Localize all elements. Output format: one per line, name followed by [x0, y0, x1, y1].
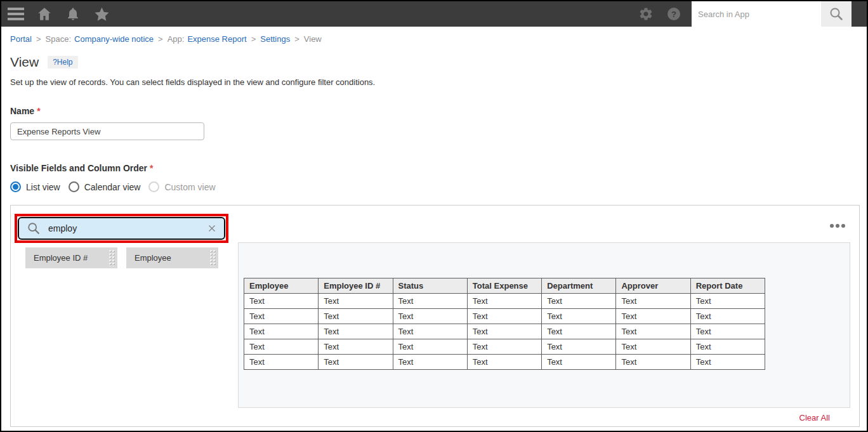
preview-cell: Text — [393, 324, 467, 339]
field-picker-panel: Employee ID # Employee EmployeeEmployee … — [10, 205, 860, 427]
preview-cell: Text — [319, 324, 393, 339]
preview-cell: Text — [467, 355, 541, 370]
preview-cell: Text — [319, 355, 393, 370]
field-chip-label: Employee — [135, 253, 171, 263]
preview-cell: Text — [467, 309, 541, 324]
preview-cell: Text — [467, 324, 541, 339]
preview-cell: Text — [690, 294, 765, 309]
annotation-highlight-box — [15, 214, 228, 243]
radio-custom-view: Custom view — [148, 181, 215, 192]
field-chip-label: Employee ID # — [34, 253, 88, 263]
name-label-text: Name — [10, 106, 34, 116]
page-description: Set up the view of records. You can sele… — [10, 77, 857, 87]
main-content: View ?Help Set up the view of records. Y… — [1, 55, 867, 427]
radio-unselected-icon — [69, 181, 79, 192]
help-icon[interactable]: ? — [666, 6, 681, 22]
preview-cell: Text — [244, 355, 319, 370]
preview-cell: Text — [616, 324, 690, 339]
preview-cell: Text — [244, 309, 319, 324]
breadcrumb-space-prefix: Space: — [46, 34, 71, 44]
view-name-input[interactable] — [10, 122, 204, 140]
preview-cell: Text — [393, 339, 467, 355]
preview-cell: Text — [244, 339, 319, 355]
preview-cell: Text — [319, 294, 393, 309]
options-menu-button[interactable] — [830, 224, 845, 228]
preview-cell: Text — [319, 309, 393, 324]
view-preview-panel: EmployeeEmployee ID #StatusTotal Expense… — [238, 242, 850, 408]
breadcrumb-portal-link[interactable]: Portal — [10, 34, 32, 44]
breadcrumb-separator: > — [158, 34, 163, 44]
preview-cell: Text — [542, 309, 616, 324]
page-title: View — [10, 55, 39, 70]
preview-column-header: Report Date — [690, 278, 765, 294]
preview-row: TextTextTextTextTextTextText — [244, 355, 765, 370]
preview-cell: Text — [542, 324, 616, 339]
clear-all-link[interactable]: Clear All — [799, 413, 830, 422]
notifications-bell-icon[interactable] — [65, 6, 81, 22]
drag-handle-icon[interactable] — [209, 249, 216, 266]
preview-header-row: EmployeeEmployee ID #StatusTotal Expense… — [244, 278, 765, 294]
field-chip-employee-id[interactable]: Employee ID # — [25, 247, 117, 268]
preview-column-header: Total Expense — [467, 278, 541, 294]
preview-column-header: Department — [542, 278, 616, 294]
breadcrumb-separator: > — [36, 34, 41, 44]
breadcrumb: Portal > Space: Company-wide notice > Ap… — [1, 27, 867, 51]
topbar: ? — [1, 1, 867, 27]
preview-cell: Text — [690, 324, 765, 339]
view-type-radio-group: List view Calendar view Custom view — [10, 181, 857, 192]
preview-cell: Text — [616, 294, 690, 309]
preview-row: TextTextTextTextTextTextText — [244, 324, 765, 339]
preview-cell: Text — [616, 309, 690, 324]
preview-column-header: Employee ID # — [319, 278, 393, 294]
breadcrumb-app-link[interactable]: Expense Report — [187, 34, 246, 44]
field-search-box — [18, 217, 225, 240]
preview-cell: Text — [616, 355, 690, 370]
radio-selected-icon — [10, 181, 21, 192]
preview-column-header: Status — [393, 278, 467, 294]
preview-cell: Text — [393, 294, 467, 309]
breadcrumb-app-prefix: App: — [168, 34, 185, 44]
settings-gear-icon[interactable] — [638, 6, 654, 22]
preview-column-header: Employee — [244, 278, 319, 294]
preview-cell: Text — [467, 339, 541, 355]
radio-custom-view-label: Custom view — [164, 182, 215, 192]
preview-cell: Text — [393, 355, 467, 370]
radio-calendar-view[interactable]: Calendar view — [69, 181, 141, 192]
preview-cell: Text — [690, 355, 765, 370]
preview-cell: Text — [244, 294, 319, 309]
preview-table: EmployeeEmployee ID #StatusTotal Expense… — [244, 278, 765, 370]
menu-icon[interactable] — [8, 8, 24, 20]
preview-cell: Text — [542, 355, 616, 370]
drag-handle-icon[interactable] — [109, 249, 115, 266]
favorites-star-icon[interactable] — [93, 6, 110, 23]
visible-fields-label: Visible Fields and Column Order* — [10, 163, 857, 173]
topbar-right-group: ? — [638, 1, 867, 27]
radio-list-view[interactable]: List view — [10, 181, 60, 192]
radio-calendar-view-label: Calendar view — [84, 182, 141, 192]
clear-search-icon[interactable] — [206, 223, 218, 234]
app-search-input[interactable] — [692, 1, 821, 27]
breadcrumb-current-page: View — [304, 34, 322, 44]
topbar-spacer — [852, 1, 867, 27]
field-search-input[interactable] — [47, 223, 206, 234]
help-link[interactable]: ?Help — [48, 56, 77, 69]
preview-row: TextTextTextTextTextTextText — [244, 339, 765, 355]
breadcrumb-separator: > — [294, 34, 299, 44]
radio-list-view-label: List view — [26, 182, 60, 192]
name-field-label: Name* — [10, 106, 857, 116]
preview-column-header: Approver — [616, 278, 690, 294]
breadcrumb-separator: > — [251, 34, 256, 44]
preview-cell: Text — [319, 339, 393, 355]
field-search-icon — [27, 221, 41, 235]
app-search-button[interactable] — [821, 1, 852, 27]
preview-cell: Text — [616, 339, 690, 355]
breadcrumb-space-link[interactable]: Company-wide notice — [74, 34, 154, 44]
preview-cell: Text — [690, 309, 765, 324]
breadcrumb-settings-link[interactable]: Settings — [260, 34, 290, 44]
field-chip-employee[interactable]: Employee — [126, 247, 218, 268]
search-icon — [829, 6, 844, 22]
required-asterisk: * — [150, 163, 153, 173]
preview-cell: Text — [690, 339, 765, 355]
preview-cell: Text — [467, 294, 541, 309]
home-icon[interactable] — [36, 6, 53, 22]
